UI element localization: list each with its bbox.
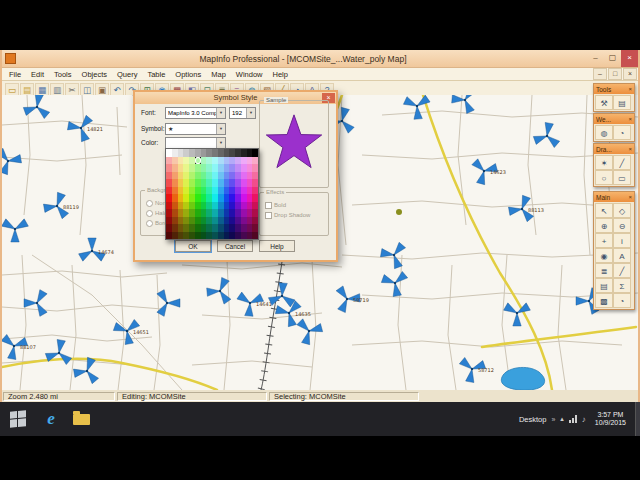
desktop-chevron-icon[interactable]: » (551, 416, 555, 423)
undo-button[interactable]: ↶ (110, 83, 124, 96)
statistics-tool-button[interactable]: Σ (613, 278, 631, 293)
menu-table[interactable]: Table (142, 70, 170, 79)
open-button[interactable]: ▤ (20, 83, 34, 96)
site-symbol[interactable] (532, 121, 562, 148)
site-symbol[interactable]: 88113 (506, 192, 544, 223)
menu-objects[interactable]: Objects (77, 70, 112, 79)
site-symbol[interactable]: 88107 (2, 329, 36, 362)
marquee-select-button[interactable]: ◇ (613, 203, 631, 218)
site-symbol[interactable]: 58712 (458, 352, 494, 385)
site-symbol[interactable]: 14651 (111, 312, 149, 347)
site-symbol[interactable] (2, 146, 23, 176)
mdi-minimize-button[interactable]: – (593, 68, 607, 80)
save-button[interactable]: ▦ (35, 83, 49, 96)
paste-button[interactable]: ▣ (95, 83, 109, 96)
status-selecting[interactable]: Selecting: MCOMSite (269, 392, 419, 401)
help-button[interactable]: Help (259, 240, 295, 252)
grabber-button[interactable]: + (595, 233, 613, 248)
panel-main-close-icon[interactable]: × (628, 194, 632, 200)
title-bar[interactable]: MapInfo Professional - [MCOMSite_...Wate… (2, 50, 638, 68)
file-explorer-icon[interactable] (66, 404, 96, 434)
copy-button[interactable]: ◫ (80, 83, 94, 96)
palette-color[interactable] (252, 217, 258, 225)
print-button[interactable]: ▥ (50, 83, 64, 96)
show-desktop-button[interactable] (635, 402, 640, 436)
menu-window[interactable]: Window (231, 70, 268, 79)
site-symbol[interactable]: 88119 (41, 189, 79, 220)
size-dropdown-arrow-icon[interactable]: ▼ (246, 108, 255, 118)
menu-file[interactable]: File (4, 70, 26, 79)
palette-color[interactable] (252, 172, 258, 180)
palette-color[interactable] (252, 232, 258, 240)
cancel-button[interactable]: Cancel (217, 240, 253, 252)
palette-color[interactable] (252, 149, 258, 157)
menu-tools[interactable]: Tools (49, 70, 77, 79)
layer-control-tool-button[interactable]: ≣ (595, 263, 613, 278)
panel-main-titlebar[interactable]: Main× (594, 192, 634, 202)
effects-option-drop-shadow[interactable]: Drop Shadow (260, 210, 328, 220)
symbol-combobox[interactable]: ★ ▼ (165, 123, 226, 135)
menu-edit[interactable]: Edit (26, 70, 49, 79)
site-symbol[interactable] (379, 264, 414, 299)
site-symbol[interactable] (377, 236, 412, 271)
palette-color[interactable] (252, 157, 258, 165)
volume-icon[interactable]: ♪ (582, 415, 586, 424)
zoom-out-button[interactable]: ⊖ (613, 218, 631, 233)
internet-explorer-icon[interactable]: e (36, 404, 66, 434)
site-symbol[interactable] (22, 95, 52, 119)
site-symbol[interactable]: 14674 (79, 238, 114, 261)
clip-region-button[interactable]: ▩ (595, 293, 613, 308)
mdi-close-button[interactable]: × (623, 68, 637, 80)
palette-color[interactable] (189, 157, 195, 165)
rectangle-tool-button[interactable]: ▭ (613, 170, 631, 185)
select-button[interactable]: ↖ (595, 203, 613, 218)
site-symbol[interactable] (204, 274, 238, 306)
info-tool-button[interactable]: i (613, 233, 631, 248)
palette-color[interactable] (252, 179, 258, 187)
wms-button[interactable]: ◍ (595, 125, 613, 140)
palette-color[interactable] (252, 194, 258, 202)
effects-option-bold[interactable]: Bold (260, 200, 328, 210)
minimize-button[interactable]: – (587, 50, 604, 67)
panel-drawing-close-icon[interactable]: × (628, 146, 632, 152)
menu-map[interactable]: Map (206, 70, 231, 79)
font-combobox[interactable]: MapInfo 3.0 Compatible ▼ (165, 107, 226, 119)
menu-help[interactable]: Help (268, 70, 293, 79)
change-view-button[interactable]: ◔ (613, 293, 631, 308)
mapbasic-window-button[interactable]: ▤ (613, 95, 631, 110)
ellipse-tool-button[interactable]: ○ (595, 170, 613, 185)
color-dropdown-arrow-icon[interactable]: ▼ (216, 138, 225, 148)
palette-color[interactable] (252, 202, 258, 210)
zoom-in-button[interactable]: ⊕ (595, 218, 613, 233)
legend-tool-button[interactable]: ▤ (595, 278, 613, 293)
mdi-restore-button[interactable]: □ (608, 68, 622, 80)
symbol-tool-button[interactable]: ✶ (595, 155, 613, 170)
menu-query[interactable]: Query (112, 70, 142, 79)
panel-web-close-icon[interactable]: × (628, 116, 632, 122)
ok-button[interactable]: OK (175, 240, 211, 252)
label-tool-button[interactable]: A (613, 248, 631, 263)
panel-drawing-titlebar[interactable]: Dra...× (594, 144, 634, 154)
status-zoom[interactable]: Zoom 2.480 mi (3, 392, 115, 401)
close-button[interactable]: × (621, 50, 638, 67)
start-button[interactable] (0, 402, 36, 436)
menu-options[interactable]: Options (170, 70, 206, 79)
tray-expand-icon[interactable]: ▴ (560, 415, 564, 423)
taskbar-clock[interactable]: 3:57 PM 10/9/2015 (595, 411, 626, 427)
new-workspace-button[interactable]: ▭ (5, 83, 19, 96)
line-tool-button[interactable]: ╱ (613, 155, 631, 170)
palette-color[interactable] (252, 164, 258, 172)
font-dropdown-arrow-icon[interactable]: ▼ (216, 108, 225, 118)
palette-color[interactable] (252, 224, 258, 232)
site-symbol[interactable] (296, 315, 325, 347)
ruler-tool-button[interactable]: ╱ (613, 263, 631, 278)
hotlink-tool-button[interactable]: ◉ (595, 248, 613, 263)
network-icon[interactable] (569, 415, 577, 423)
site-symbol[interactable] (268, 282, 297, 307)
site-symbol[interactable]: 14623 (471, 155, 506, 187)
run-mapbasic-button[interactable]: ⚒ (595, 95, 613, 110)
panel-web-titlebar[interactable]: We...× (594, 114, 634, 124)
site-symbol[interactable]: 14641 (235, 285, 272, 319)
wfs-button[interactable]: ◔ (613, 125, 631, 140)
site-symbol[interactable] (157, 290, 180, 317)
